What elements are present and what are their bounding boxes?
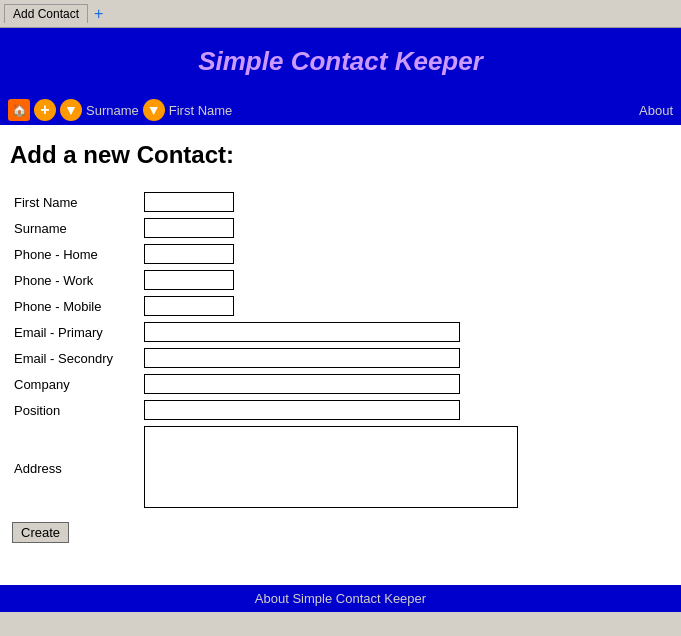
phone-mobile-input[interactable] (144, 296, 234, 316)
table-row: First Name (10, 189, 522, 215)
field-label-firstname: First Name (10, 189, 140, 215)
phone-home-input[interactable] (144, 244, 234, 264)
table-row: Email - Primary (10, 319, 522, 345)
app-title: Simple Contact Keeper (198, 46, 483, 76)
field-label-position: Position (10, 397, 140, 423)
nav-bar: 🏠 + ▼ Surname ▼ First Name About (0, 95, 681, 125)
company-input[interactable] (144, 374, 460, 394)
create-button[interactable]: Create (12, 522, 69, 543)
footer: About Simple Contact Keeper (0, 585, 681, 612)
about-link[interactable]: About (639, 103, 673, 118)
field-label-phone-mobile: Phone - Mobile (10, 293, 140, 319)
field-label-surname: Surname (10, 215, 140, 241)
tab-label: Add Contact (13, 7, 79, 21)
add-contact-icon[interactable]: + (34, 99, 56, 121)
browser-tab[interactable]: Add Contact (4, 4, 88, 23)
phone-work-input[interactable] (144, 270, 234, 290)
sort-down-icon-1[interactable]: ▼ (60, 99, 82, 121)
content-area: Add a new Contact: First Name Surname Ph… (0, 125, 681, 585)
field-label-phone-home: Phone - Home (10, 241, 140, 267)
field-label-phone-work: Phone - Work (10, 267, 140, 293)
firstname-input[interactable] (144, 192, 234, 212)
email-secondary-input[interactable] (144, 348, 460, 368)
table-row: Company (10, 371, 522, 397)
table-row: Address (10, 423, 522, 514)
title-bar: Add Contact + (0, 0, 681, 28)
field-label-email-secondary: Email - Secondry (10, 345, 140, 371)
sort-down-icon-2[interactable]: ▼ (143, 99, 165, 121)
table-row: Phone - Work (10, 267, 522, 293)
table-row: Phone - Mobile (10, 293, 522, 319)
page-title: Add a new Contact: (10, 141, 673, 169)
contact-form: First Name Surname Phone - Home Phone - … (10, 189, 522, 514)
surname-nav-label: Surname (86, 103, 139, 118)
surname-input[interactable] (144, 218, 234, 238)
position-input[interactable] (144, 400, 460, 420)
email-primary-input[interactable] (144, 322, 460, 342)
field-label-company: Company (10, 371, 140, 397)
table-row: Surname (10, 215, 522, 241)
firstname-nav-label: First Name (169, 103, 233, 118)
app-header: Simple Contact Keeper (0, 28, 681, 95)
table-row: Position (10, 397, 522, 423)
table-row: Email - Secondry (10, 345, 522, 371)
field-label-email-primary: Email - Primary (10, 319, 140, 345)
new-tab-button[interactable]: + (88, 5, 109, 23)
address-input[interactable] (144, 426, 518, 508)
field-label-address: Address (10, 423, 140, 514)
table-row: Phone - Home (10, 241, 522, 267)
home-icon[interactable]: 🏠 (8, 99, 30, 121)
footer-text: About Simple Contact Keeper (255, 591, 426, 606)
